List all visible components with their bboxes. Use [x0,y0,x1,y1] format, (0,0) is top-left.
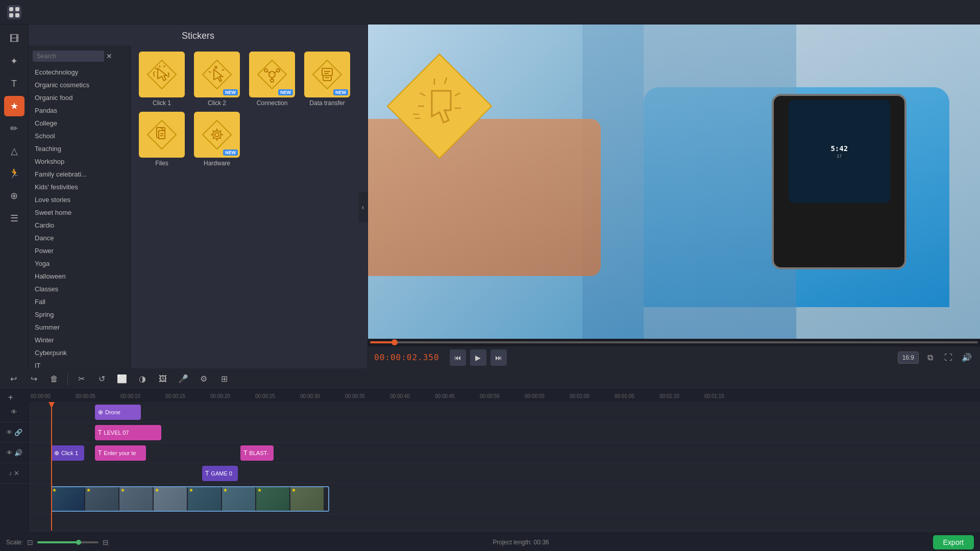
category-family-celebrations[interactable]: Family celebrati... [29,168,130,181]
skip-fwd-btn[interactable]: ⏭ [491,349,507,366]
track1-eye-icon[interactable]: 👁 [11,408,17,416]
video-thumb-track: ★ ★ ★ ★ ★ [29,484,980,514]
category-list: ✕ Ecotechnology Organic cosmetics Organi… [29,45,131,368]
category-organic-food[interactable]: Organic food [29,91,130,104]
toolbar-shape-btn[interactable]: △ [4,141,24,161]
clip-enter-text[interactable]: T Enter your te [95,445,146,461]
undo-btn[interactable]: ↩ [4,370,22,388]
category-fall[interactable]: Fall [29,295,130,308]
sticker-connection-new-badge: NEW [278,89,293,95]
track-ctrl-1: 👁 [0,402,28,422]
category-cyberpunk[interactable]: Cyberpunk [29,346,130,359]
svg-marker-36 [203,120,231,149]
playhead [51,402,52,531]
category-sweet-home[interactable]: Sweet home [29,206,130,219]
clip-blast[interactable]: T BLAST- [240,445,274,461]
category-spring[interactable]: Spring [29,308,130,321]
media-btn[interactable]: 🖼 [154,370,172,388]
toolbar-overlay-btn[interactable]: ⊕ [4,186,24,206]
timeline-ruler: + 00:00:00 00:00:05 00:00:10 00:00:15 00… [0,390,980,402]
category-teaching[interactable]: Teaching [29,142,130,155]
category-classes[interactable]: Classes [29,283,130,295]
skip-back-btn[interactable]: ⏮ [450,349,466,366]
toolbar-draw-btn[interactable]: ✏ [4,118,24,139]
svg-marker-47 [387,54,492,158]
category-love-stories[interactable]: Love stories [29,193,130,206]
track2-link-icon[interactable]: 🔗 [14,429,22,436]
clip-click1-label: Click 1 [61,450,78,456]
cut-btn[interactable]: ✂ [72,370,90,388]
play-btn[interactable]: ▶ [470,349,486,366]
thumb-4-star: ★ [155,487,159,493]
track2-eye-icon[interactable]: 👁 [6,429,13,436]
toolbar-motion-btn[interactable]: 🏃 [4,163,24,184]
sticker-hardware[interactable]: NEW Hardware [192,112,242,167]
category-pandas[interactable]: Pandas [29,104,130,117]
category-dance[interactable]: Dance [29,232,130,244]
delete-btn[interactable]: 🗑 [45,370,63,388]
levels-btn[interactable]: ⊞ [215,370,233,388]
svg-rect-0 [7,5,21,19]
sticker-data-transfer[interactable]: NEW Data transfer [302,52,352,107]
scale-slider-area[interactable] [37,541,99,543]
category-college[interactable]: College [29,117,130,130]
fullscreen-window-btn[interactable]: ⧉ [923,350,937,365]
track3-audio-icon[interactable]: 🔊 [14,449,22,457]
aspect-ratio-btn[interactable]: 16:9 [898,352,919,364]
thumb-strip: ★ ★ ★ ★ ★ [51,486,324,512]
progress-track[interactable] [370,341,978,343]
adjust-btn[interactable]: ◑ [133,370,152,388]
category-workshop[interactable]: Workshop [29,155,130,168]
sticker-search-input[interactable] [33,51,104,62]
top-bar [0,0,980,24]
category-yoga[interactable]: Yoga [29,257,130,270]
search-clear-icon[interactable]: ✕ [106,52,112,60]
clip-game[interactable]: T GAME 0 [202,466,238,481]
svg-marker-5 [148,60,176,89]
category-power[interactable]: Power [29,244,130,257]
toolbar-film-btn[interactable]: 🎞 [4,29,24,49]
sticker-connection[interactable]: NEW Connection [247,52,297,107]
add-track-btn[interactable]: + [8,393,13,402]
category-it[interactable]: IT [29,359,130,368]
toolbar-stickers-btn[interactable]: ★ [4,96,24,116]
category-halloween[interactable]: Halloween [29,270,130,283]
category-school[interactable]: School [29,130,130,142]
category-organic-cosmetics[interactable]: Organic cosmetics [29,79,130,91]
thumb-1: ★ [51,486,84,512]
clip-click1-tl[interactable]: ⊕ Click 1 [51,445,84,461]
sticker-click1[interactable]: Click 1 [137,52,187,107]
category-kids-festivities[interactable]: Kids' festivities [29,181,130,193]
toolbar-menu-btn[interactable]: ☰ [4,208,24,229]
toolbar-effects-btn[interactable]: ✦ [4,51,24,71]
redo-btn[interactable]: ↪ [24,370,43,388]
category-summer[interactable]: Summer [29,321,130,334]
crop-btn[interactable]: ⬜ [113,370,131,388]
panel-collapse-btn[interactable]: ‹ [358,192,368,222]
thumb-3-star: ★ [120,487,125,493]
toolbar-text-btn[interactable]: T [4,73,24,94]
fullscreen-btn[interactable]: ⛶ [941,350,955,365]
sticker-files[interactable]: Files [137,112,187,167]
thumb-3: ★ [119,486,153,512]
track4-music-icon[interactable]: ♪ [9,469,12,477]
clip-drone[interactable]: ⊕ Drone [95,405,141,420]
ruler-mark-12: 00:01:00 [570,393,615,399]
clip-level07[interactable]: T LEVEL 07 [95,425,161,440]
sticker-click2[interactable]: NEW Click 2 [192,52,242,107]
track4-mute-icon[interactable]: ✕ [14,469,19,477]
export-btn[interactable]: Export [933,535,974,549]
settings-btn[interactable]: ⚙ [194,370,213,388]
search-row: ✕ [29,48,130,64]
category-ecotechnology[interactable]: Ecotechnology [29,66,130,79]
category-winter[interactable]: Winter [29,334,130,346]
category-cardio[interactable]: Cardio [29,219,130,232]
sticker-hardware-new-badge: NEW [223,149,238,156]
svg-rect-3 [9,13,13,17]
progress-thumb [391,339,398,345]
track3-eye-icon[interactable]: 👁 [6,449,13,457]
volume-btn[interactable]: 🔊 [960,350,974,365]
ruler-mark-1: 00:00:05 [76,393,120,399]
rotate-btn[interactable]: ↺ [92,370,111,388]
record-btn[interactable]: 🎤 [174,370,192,388]
